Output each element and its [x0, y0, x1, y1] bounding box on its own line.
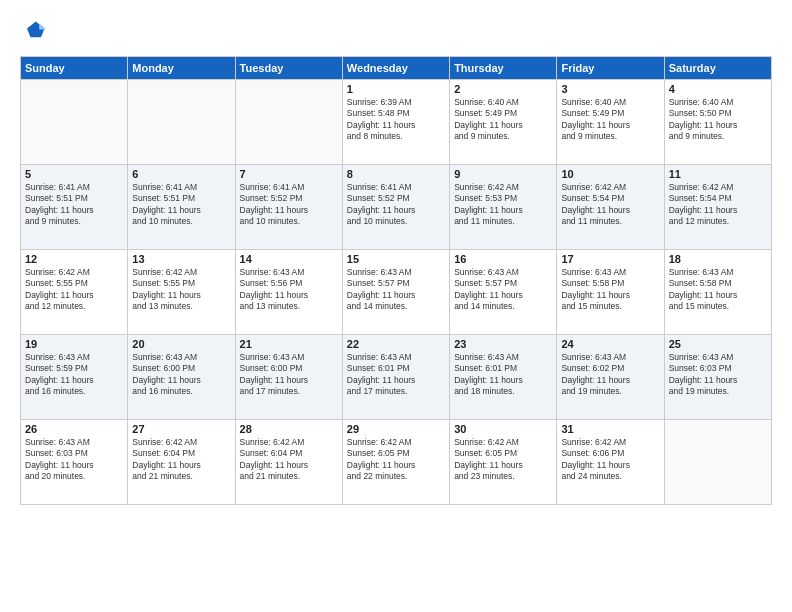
- day-info: Sunrise: 6:43 AM Sunset: 6:00 PM Dayligh…: [240, 352, 338, 398]
- week-row-3: 12Sunrise: 6:42 AM Sunset: 5:55 PM Dayli…: [21, 250, 772, 335]
- day-number: 23: [454, 338, 552, 350]
- page: SundayMondayTuesdayWednesdayThursdayFrid…: [0, 0, 792, 612]
- col-header-wednesday: Wednesday: [342, 57, 449, 80]
- day-info: Sunrise: 6:41 AM Sunset: 5:52 PM Dayligh…: [240, 182, 338, 228]
- calendar-cell: [21, 80, 128, 165]
- calendar-cell: 19Sunrise: 6:43 AM Sunset: 5:59 PM Dayli…: [21, 335, 128, 420]
- calendar-cell: 31Sunrise: 6:42 AM Sunset: 6:06 PM Dayli…: [557, 420, 664, 505]
- logo-icon: [20, 18, 48, 46]
- svg-marker-1: [39, 23, 46, 29]
- day-info: Sunrise: 6:41 AM Sunset: 5:51 PM Dayligh…: [25, 182, 123, 228]
- day-info: Sunrise: 6:43 AM Sunset: 6:02 PM Dayligh…: [561, 352, 659, 398]
- calendar-cell: 25Sunrise: 6:43 AM Sunset: 6:03 PM Dayli…: [664, 335, 771, 420]
- calendar-cell: 24Sunrise: 6:43 AM Sunset: 6:02 PM Dayli…: [557, 335, 664, 420]
- day-info: Sunrise: 6:43 AM Sunset: 6:01 PM Dayligh…: [347, 352, 445, 398]
- day-number: 17: [561, 253, 659, 265]
- calendar-cell: 16Sunrise: 6:43 AM Sunset: 5:57 PM Dayli…: [450, 250, 557, 335]
- calendar-cell: 6Sunrise: 6:41 AM Sunset: 5:51 PM Daylig…: [128, 165, 235, 250]
- calendar-cell: 7Sunrise: 6:41 AM Sunset: 5:52 PM Daylig…: [235, 165, 342, 250]
- calendar-cell: 4Sunrise: 6:40 AM Sunset: 5:50 PM Daylig…: [664, 80, 771, 165]
- calendar-cell: 8Sunrise: 6:41 AM Sunset: 5:52 PM Daylig…: [342, 165, 449, 250]
- calendar-table: SundayMondayTuesdayWednesdayThursdayFrid…: [20, 56, 772, 505]
- day-info: Sunrise: 6:43 AM Sunset: 5:56 PM Dayligh…: [240, 267, 338, 313]
- calendar-cell: 15Sunrise: 6:43 AM Sunset: 5:57 PM Dayli…: [342, 250, 449, 335]
- day-number: 27: [132, 423, 230, 435]
- col-header-thursday: Thursday: [450, 57, 557, 80]
- calendar-cell: 14Sunrise: 6:43 AM Sunset: 5:56 PM Dayli…: [235, 250, 342, 335]
- week-row-4: 19Sunrise: 6:43 AM Sunset: 5:59 PM Dayli…: [21, 335, 772, 420]
- day-info: Sunrise: 6:40 AM Sunset: 5:50 PM Dayligh…: [669, 97, 767, 143]
- calendar-cell: [128, 80, 235, 165]
- day-number: 5: [25, 168, 123, 180]
- day-info: Sunrise: 6:42 AM Sunset: 5:54 PM Dayligh…: [561, 182, 659, 228]
- day-number: 21: [240, 338, 338, 350]
- day-number: 26: [25, 423, 123, 435]
- day-info: Sunrise: 6:41 AM Sunset: 5:52 PM Dayligh…: [347, 182, 445, 228]
- calendar-cell: 23Sunrise: 6:43 AM Sunset: 6:01 PM Dayli…: [450, 335, 557, 420]
- logo: [20, 18, 52, 46]
- day-info: Sunrise: 6:41 AM Sunset: 5:51 PM Dayligh…: [132, 182, 230, 228]
- day-info: Sunrise: 6:43 AM Sunset: 6:03 PM Dayligh…: [25, 437, 123, 483]
- day-number: 31: [561, 423, 659, 435]
- day-number: 2: [454, 83, 552, 95]
- day-info: Sunrise: 6:42 AM Sunset: 6:05 PM Dayligh…: [347, 437, 445, 483]
- calendar-cell: 21Sunrise: 6:43 AM Sunset: 6:00 PM Dayli…: [235, 335, 342, 420]
- day-number: 13: [132, 253, 230, 265]
- calendar-cell: 2Sunrise: 6:40 AM Sunset: 5:49 PM Daylig…: [450, 80, 557, 165]
- calendar-cell: [664, 420, 771, 505]
- week-row-2: 5Sunrise: 6:41 AM Sunset: 5:51 PM Daylig…: [21, 165, 772, 250]
- col-header-monday: Monday: [128, 57, 235, 80]
- calendar-cell: 13Sunrise: 6:42 AM Sunset: 5:55 PM Dayli…: [128, 250, 235, 335]
- calendar-cell: 29Sunrise: 6:42 AM Sunset: 6:05 PM Dayli…: [342, 420, 449, 505]
- calendar-cell: 5Sunrise: 6:41 AM Sunset: 5:51 PM Daylig…: [21, 165, 128, 250]
- calendar-cell: 17Sunrise: 6:43 AM Sunset: 5:58 PM Dayli…: [557, 250, 664, 335]
- day-info: Sunrise: 6:40 AM Sunset: 5:49 PM Dayligh…: [561, 97, 659, 143]
- day-info: Sunrise: 6:43 AM Sunset: 6:03 PM Dayligh…: [669, 352, 767, 398]
- day-number: 1: [347, 83, 445, 95]
- day-number: 8: [347, 168, 445, 180]
- day-info: Sunrise: 6:42 AM Sunset: 5:54 PM Dayligh…: [669, 182, 767, 228]
- week-row-5: 26Sunrise: 6:43 AM Sunset: 6:03 PM Dayli…: [21, 420, 772, 505]
- day-info: Sunrise: 6:42 AM Sunset: 6:04 PM Dayligh…: [132, 437, 230, 483]
- header-row: SundayMondayTuesdayWednesdayThursdayFrid…: [21, 57, 772, 80]
- day-number: 24: [561, 338, 659, 350]
- calendar-cell: 18Sunrise: 6:43 AM Sunset: 5:58 PM Dayli…: [664, 250, 771, 335]
- day-info: Sunrise: 6:43 AM Sunset: 5:57 PM Dayligh…: [347, 267, 445, 313]
- day-number: 11: [669, 168, 767, 180]
- calendar-cell: 28Sunrise: 6:42 AM Sunset: 6:04 PM Dayli…: [235, 420, 342, 505]
- day-number: 4: [669, 83, 767, 95]
- day-number: 29: [347, 423, 445, 435]
- day-info: Sunrise: 6:42 AM Sunset: 6:05 PM Dayligh…: [454, 437, 552, 483]
- week-row-1: 1Sunrise: 6:39 AM Sunset: 5:48 PM Daylig…: [21, 80, 772, 165]
- day-number: 18: [669, 253, 767, 265]
- col-header-tuesday: Tuesday: [235, 57, 342, 80]
- calendar-cell: 10Sunrise: 6:42 AM Sunset: 5:54 PM Dayli…: [557, 165, 664, 250]
- day-number: 3: [561, 83, 659, 95]
- day-number: 30: [454, 423, 552, 435]
- day-number: 14: [240, 253, 338, 265]
- day-info: Sunrise: 6:42 AM Sunset: 5:55 PM Dayligh…: [25, 267, 123, 313]
- day-number: 19: [25, 338, 123, 350]
- day-number: 16: [454, 253, 552, 265]
- col-header-sunday: Sunday: [21, 57, 128, 80]
- header: [20, 18, 772, 46]
- calendar-cell: 27Sunrise: 6:42 AM Sunset: 6:04 PM Dayli…: [128, 420, 235, 505]
- day-number: 10: [561, 168, 659, 180]
- day-number: 15: [347, 253, 445, 265]
- day-info: Sunrise: 6:42 AM Sunset: 6:04 PM Dayligh…: [240, 437, 338, 483]
- day-number: 9: [454, 168, 552, 180]
- calendar-cell: 20Sunrise: 6:43 AM Sunset: 6:00 PM Dayli…: [128, 335, 235, 420]
- day-number: 22: [347, 338, 445, 350]
- day-info: Sunrise: 6:43 AM Sunset: 5:58 PM Dayligh…: [561, 267, 659, 313]
- calendar-cell: 3Sunrise: 6:40 AM Sunset: 5:49 PM Daylig…: [557, 80, 664, 165]
- day-info: Sunrise: 6:43 AM Sunset: 6:00 PM Dayligh…: [132, 352, 230, 398]
- day-info: Sunrise: 6:39 AM Sunset: 5:48 PM Dayligh…: [347, 97, 445, 143]
- day-info: Sunrise: 6:43 AM Sunset: 5:59 PM Dayligh…: [25, 352, 123, 398]
- day-number: 25: [669, 338, 767, 350]
- day-number: 12: [25, 253, 123, 265]
- day-info: Sunrise: 6:43 AM Sunset: 5:58 PM Dayligh…: [669, 267, 767, 313]
- calendar-cell: 11Sunrise: 6:42 AM Sunset: 5:54 PM Dayli…: [664, 165, 771, 250]
- day-number: 20: [132, 338, 230, 350]
- day-info: Sunrise: 6:42 AM Sunset: 5:53 PM Dayligh…: [454, 182, 552, 228]
- calendar-cell: 12Sunrise: 6:42 AM Sunset: 5:55 PM Dayli…: [21, 250, 128, 335]
